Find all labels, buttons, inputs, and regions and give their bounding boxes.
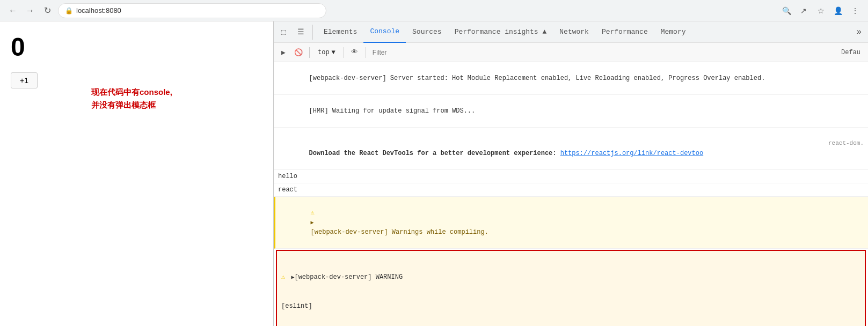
more-icon[interactable]: ⋮ — [849, 4, 862, 17]
toolbar-separator-3 — [366, 47, 366, 58]
filter-input[interactable] — [370, 49, 839, 56]
source-label: react-dom. — [828, 139, 864, 148]
url-text: localhost:8080 — [76, 6, 121, 14]
browser-actions: 🔍 ↗ ☆ 👤 ⋮ — [780, 4, 862, 17]
main-layout: 0 +1 现在代码中有console, 并没有弹出模态框 ⬚ ☰ Element… — [0, 21, 868, 326]
more-tabs-button[interactable]: » — [852, 21, 866, 43]
react-devtools-link[interactable]: https://reactjs.org/link/react-devtoo — [560, 150, 703, 157]
console-line: [webpack-dev-server] Server started: Hot… — [274, 62, 868, 95]
inspect-element-icon[interactable]: ⬚ — [276, 25, 291, 40]
warning-line-1: ⚠ ▶[webpack-dev-server] WARNING — [281, 272, 860, 282]
increment-button[interactable]: +1 — [11, 72, 38, 88]
forward-button[interactable]: → — [24, 4, 37, 17]
toolbar-separator-2 — [344, 47, 344, 58]
context-selector[interactable]: top ▼ — [314, 47, 339, 58]
devtools-panel: ⬚ ☰ Elements Console Sources Performance… — [274, 21, 868, 326]
bookmark-icon[interactable]: ☆ — [814, 4, 827, 17]
expand-icon-2[interactable]: ▶ — [291, 275, 294, 280]
console-toolbar: ▶ 🚫 top ▼ 👁 Defau — [274, 43, 868, 62]
toolbar-separator — [309, 47, 310, 58]
tab-elements[interactable]: Elements — [317, 21, 363, 43]
console-line: [HMR] Waiting for update signal from WDS… — [274, 95, 868, 128]
eye-icon[interactable]: 👁 — [348, 46, 361, 59]
console-line-devtools: react-dom. Download the React DevTools f… — [274, 128, 868, 170]
console-line-warnings: ⚠ ▶ [webpack-dev-server] Warnings while … — [274, 197, 868, 249]
lock-icon: 🔒 — [65, 7, 73, 14]
console-line-react: react — [274, 183, 868, 197]
expand-icon[interactable]: ▶ — [311, 220, 314, 226]
bold-text: Download the React DevTools for a better… — [309, 150, 560, 157]
console-line-hello: hello — [274, 170, 868, 183]
share-icon[interactable]: ↗ — [797, 4, 810, 17]
annotation-line2: 并没有弹出模态框 — [91, 99, 172, 112]
tab-sources[interactable]: Sources — [406, 21, 448, 43]
back-button[interactable]: ← — [6, 4, 19, 17]
annotation-text: 现在代码中有console, 并没有弹出模态框 — [91, 86, 172, 112]
tab-network[interactable]: Network — [553, 21, 595, 43]
webpage-panel: 0 +1 现在代码中有console, 并没有弹出模态框 — [0, 21, 274, 326]
warn-icon-2: ⚠ — [281, 273, 285, 281]
counter-display: 0 — [11, 32, 262, 62]
clear-console-icon[interactable]: 🚫 — [292, 46, 305, 59]
context-label: top — [318, 49, 330, 56]
default-levels-label: Defau — [841, 49, 865, 56]
tab-memory[interactable]: Memory — [654, 21, 692, 43]
warning-line-2: [eslint] — [281, 301, 860, 311]
devtools-icon-group: ⬚ ☰ — [276, 25, 313, 40]
reload-button[interactable]: ↻ — [41, 4, 54, 17]
tab-console[interactable]: Console — [363, 21, 406, 43]
tab-performance-insights[interactable]: Performance insights ▲ — [448, 21, 553, 43]
console-output: [webpack-dev-server] Server started: Hot… — [274, 62, 868, 326]
console-line-warning-block: ⚠ ▶[webpack-dev-server] WARNING [eslint]… — [276, 250, 866, 326]
browser-chrome: ← → ↻ 🔒 localhost:8080 🔍 ↗ ☆ 👤 ⋮ — [0, 0, 868, 21]
profile-icon[interactable]: 👤 — [831, 4, 844, 17]
devtools-tab-bar: ⬚ ☰ Elements Console Sources Performance… — [274, 21, 868, 43]
context-dropdown-icon: ▼ — [332, 49, 335, 56]
search-icon[interactable]: 🔍 — [780, 4, 793, 17]
address-bar[interactable]: 🔒 localhost:8080 — [58, 3, 326, 18]
tab-performance[interactable]: Performance — [595, 21, 654, 43]
warn-icon: ⚠ — [311, 209, 315, 217]
annotation-line1: 现在代码中有console, — [91, 86, 172, 99]
execute-icon[interactable]: ▶ — [277, 46, 290, 59]
device-toolbar-icon[interactable]: ☰ — [293, 25, 308, 40]
